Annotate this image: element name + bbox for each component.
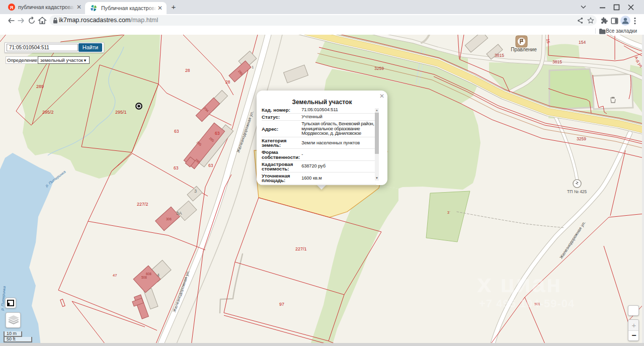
svg-text:Я: Я: [10, 5, 13, 10]
svg-text:4: 4: [157, 273, 159, 278]
svg-text:ЗА: ЗА: [176, 211, 182, 216]
svg-text:1: 1: [252, 65, 254, 69]
svg-text:295/2: 295/2: [42, 110, 54, 115]
svg-text:63: 63: [174, 165, 179, 170]
svg-text:3815: 3815: [495, 53, 504, 58]
svg-text:63: 63: [174, 129, 179, 134]
svg-text:3: 3: [194, 189, 197, 194]
svg-text:608: 608: [146, 272, 151, 276]
svg-text:28: 28: [185, 68, 190, 73]
svg-text:3`: 3`: [447, 211, 450, 214]
svg-text:97: 97: [279, 302, 284, 307]
svg-text:508: 508: [141, 276, 147, 279]
svg-text:154: 154: [579, 40, 586, 45]
svg-text:227/1: 227/1: [295, 246, 307, 251]
svg-text:63: 63: [215, 131, 220, 136]
svg-text:Правление: Правление: [511, 47, 537, 52]
svg-text:47: 47: [113, 273, 117, 278]
svg-text:306: 306: [166, 217, 172, 221]
svg-text:28: 28: [225, 79, 230, 84]
svg-text:295/1: 295/1: [115, 110, 127, 115]
svg-text:63: 63: [208, 163, 213, 168]
svg-text:3259: 3259: [374, 66, 384, 71]
svg-text:289: 289: [36, 84, 44, 89]
svg-text:ТП № 425: ТП № 425: [567, 189, 587, 194]
svg-text:227/2: 227/2: [137, 202, 148, 207]
svg-text:3259: 3259: [577, 136, 586, 141]
svg-text:3815: 3815: [552, 59, 562, 64]
